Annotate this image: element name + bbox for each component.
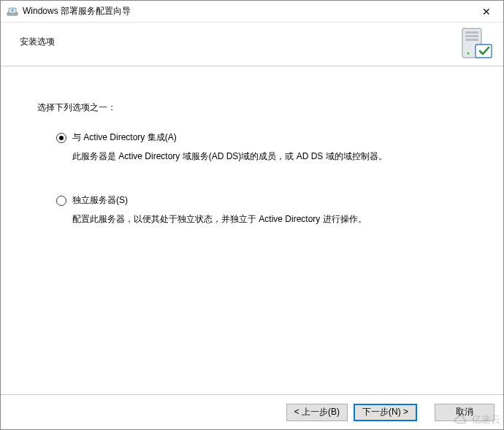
option-description: 配置此服务器，以便其处于独立状态，并独立于 Active Directory 进…: [72, 212, 467, 226]
header-server-icon: [458, 27, 493, 62]
radio-icon: [56, 196, 66, 206]
option-label: 独立服务器(S): [72, 194, 128, 207]
cancel-button[interactable]: 取消: [435, 404, 495, 421]
svg-point-2: [11, 9, 13, 11]
back-button[interactable]: < 上一步(B): [286, 404, 348, 421]
wizard-window: Windows 部署服务配置向导 ✕ 安装选项 选择下列选项之一： 与 Acti…: [0, 0, 504, 430]
svg-point-7: [467, 53, 470, 55]
svg-rect-8: [476, 45, 492, 58]
content-area: 选择下列选项之一： 与 Active Directory 集成(A) 此服务器是…: [1, 66, 503, 394]
radio-icon: [56, 133, 66, 143]
option-group: 与 Active Directory 集成(A) 此服务器是 Active Di…: [37, 131, 467, 226]
prompt-text: 选择下列选项之一：: [37, 101, 467, 114]
page-title: 安装选项: [15, 33, 55, 48]
svg-rect-4: [465, 31, 478, 34]
svg-rect-5: [465, 35, 478, 37]
radio-option-standalone[interactable]: 独立服务器(S): [56, 194, 467, 207]
button-bar: < 上一步(B) 下一步(N) > 取消: [1, 394, 503, 429]
app-icon: [7, 6, 18, 18]
titlebar: Windows 部署服务配置向导 ✕: [1, 1, 503, 23]
option-label: 与 Active Directory 集成(A): [72, 131, 177, 144]
next-button[interactable]: 下一步(N) >: [354, 404, 417, 421]
radio-option-ad-integrated[interactable]: 与 Active Directory 集成(A): [56, 131, 467, 144]
svg-rect-6: [465, 39, 478, 41]
window-title: Windows 部署服务配置向导: [23, 5, 470, 18]
option-description: 此服务器是 Active Directory 域服务(AD DS)域的成员，或 …: [72, 150, 467, 164]
close-icon: ✕: [482, 7, 491, 17]
close-button[interactable]: ✕: [470, 1, 503, 23]
wizard-header: 安装选项: [1, 23, 503, 66]
